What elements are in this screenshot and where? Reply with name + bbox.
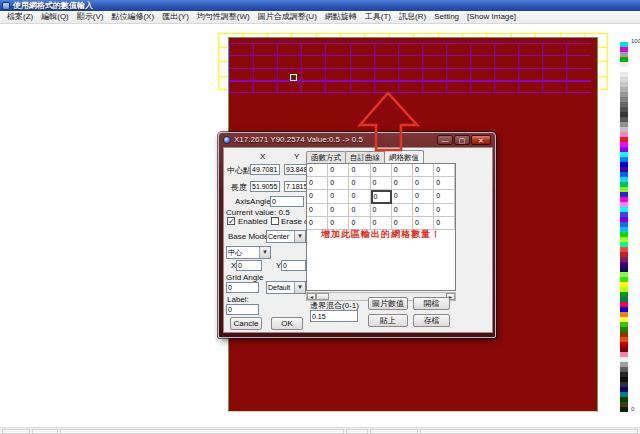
close-button[interactable]: ✕ <box>471 135 491 145</box>
col-header-x: X <box>260 152 265 161</box>
cancel-button[interactable]: Cancle <box>230 317 262 330</box>
inner-purple-grid <box>229 43 591 93</box>
grid-cell[interactable]: 0 <box>392 204 413 217</box>
grid-cell[interactable]: 0 <box>413 177 434 190</box>
current-value-label: Current value: 0.5 <box>226 208 290 217</box>
dialog-title: X17.2671 Y90.2574 Value:0.5 -> 0.5 <box>234 135 434 145</box>
grid-cell[interactable]: 0 <box>328 190 349 203</box>
ok-button[interactable]: OK <box>271 317 303 330</box>
grid-cell[interactable]: 0 <box>434 177 455 190</box>
grid-cell[interactable]: 0 <box>434 204 455 217</box>
menu-item[interactable]: 顯示(V) <box>73 11 108 23</box>
menu-item[interactable]: [Show Image] <box>463 11 520 23</box>
table-row: 0000000 <box>307 177 455 190</box>
dialog-titlebar[interactable]: X17.2671 Y90.2574 Value:0.5 -> 0.5 — ▢ ✕ <box>223 134 491 146</box>
window-title: 使用網格式的數值輸入 <box>13 1 93 11</box>
paste-button[interactable]: 貼上 <box>368 314 408 327</box>
length-x-field[interactable]: 51.9055 <box>250 181 280 192</box>
maximize-button[interactable]: ▢ <box>454 135 470 145</box>
grid-angle-field[interactable]: 0 <box>226 282 259 293</box>
app-icon <box>2 2 10 10</box>
axis-angle-field[interactable]: 0 <box>270 196 304 207</box>
grid-cell[interactable]: 0 <box>392 164 413 177</box>
scrollbar-thumb[interactable] <box>316 293 329 300</box>
minimize-button[interactable]: — <box>437 135 453 145</box>
app-window: 使用網格式的數值輸入 檔案(Z)編輯(Q)顯示(V)點位編修(X)匯出(Y)均勻… <box>0 0 640 434</box>
grid-cell[interactable]: 0 <box>307 190 328 203</box>
menu-item[interactable]: 匯出(Y) <box>158 11 193 23</box>
grid-cell[interactable]: 0 <box>328 177 349 190</box>
chevron-down-icon[interactable]: ▼ <box>294 282 305 293</box>
palette-min-label: 0 <box>631 406 634 412</box>
table-row: 0000000 <box>307 164 455 177</box>
chevron-down-icon[interactable]: ▼ <box>259 247 270 258</box>
menu-item[interactable]: 工具(T) <box>361 11 395 23</box>
color-palette-strip[interactable] <box>620 42 628 412</box>
grid-annotation: 增加此區輸出的網格數量！ <box>307 228 455 241</box>
open-file-button[interactable]: 開檔 <box>413 297 450 310</box>
scroll-left-icon[interactable]: ◄ <box>307 293 316 300</box>
grid-cell[interactable]: 0 <box>413 204 434 217</box>
selected-point-marker[interactable] <box>290 74 297 81</box>
grid-cell[interactable]: 0 <box>371 164 392 177</box>
chevron-down-icon[interactable]: ▼ <box>294 231 305 242</box>
center-x-field[interactable]: 49.7081 <box>250 164 280 175</box>
enabled-checkbox[interactable]: ✓ <box>227 217 235 225</box>
dialog-client-area: X Y 中心點 49.7081 93.8482 長度 51.9055 7.181… <box>223 147 493 333</box>
center-label: 中心點 <box>227 165 251 176</box>
dialog-icon <box>223 136 231 144</box>
grid-cell[interactable]: 0 <box>349 177 370 190</box>
grid-value-dialog[interactable]: X17.2671 Y90.2574 Value:0.5 -> 0.5 — ▢ ✕… <box>218 132 496 338</box>
table-row: 0000000 <box>307 204 455 217</box>
grid-cell[interactable]: 0 <box>349 164 370 177</box>
grid-cell[interactable]: 0 <box>413 164 434 177</box>
window-titlebar[interactable]: 使用網格式的數值輸入 <box>0 0 640 11</box>
table-row: 0000000 <box>307 190 455 203</box>
tab-3[interactable]: 網格數值 <box>384 150 424 163</box>
col-header-y: Y <box>294 152 299 161</box>
grid-cell[interactable]: 0 <box>307 204 328 217</box>
grid-angle-label: Grid Angle <box>226 273 263 282</box>
grid-cell[interactable]: 0 <box>413 190 434 203</box>
menu-item[interactable]: 點位編修(X) <box>107 11 158 23</box>
grid-cell[interactable]: 0 <box>307 177 328 190</box>
length-label: 長度 <box>231 182 247 193</box>
grid-cell[interactable]: 0 <box>371 204 392 217</box>
save-file-button[interactable]: 存檔 <box>413 314 450 327</box>
grid-cell[interactable]: 0 <box>434 190 455 203</box>
menu-item[interactable]: 網點旋轉 <box>321 11 361 23</box>
enabled-label: Enabled <box>238 217 267 226</box>
erase-dots-checkbox[interactable] <box>271 217 279 225</box>
menu-bar: 檔案(Z)編輯(Q)顯示(V)點位編修(X)匯出(Y)均勻性調整(W)圖片合成調… <box>0 11 640 24</box>
grid-value-table[interactable]: 00000000000000000000000000000000000 增加此區… <box>306 163 456 291</box>
status-bar <box>0 427 640 434</box>
anchor-select[interactable]: 中心 ▼ <box>226 246 271 259</box>
palette-color-band[interactable] <box>620 407 628 412</box>
grid-cell[interactable]: 0 <box>392 190 413 203</box>
grid-cell[interactable]: 0 <box>434 164 455 177</box>
menu-item[interactable]: 圖片合成調整(U) <box>254 11 321 23</box>
selected-grid-cell[interactable]: 0 <box>371 190 392 203</box>
menu-item[interactable]: 均勻性調整(W) <box>193 11 254 23</box>
base-mode-label: Base Mode <box>228 232 268 241</box>
label-label: Label: <box>227 295 249 304</box>
grid-cell[interactable]: 0 <box>328 204 349 217</box>
menu-item[interactable]: 編輯(Q) <box>37 11 73 23</box>
grid-cell[interactable]: 0 <box>349 204 370 217</box>
x-offset-field[interactable]: 0 <box>236 260 262 271</box>
axis-angle-label: AxisAngle <box>235 197 271 206</box>
grid-cell[interactable]: 0 <box>392 177 413 190</box>
grid-cell[interactable]: 0 <box>307 164 328 177</box>
label-field[interactable]: 0 <box>226 304 259 315</box>
menu-item[interactable]: 訊息(R) <box>395 11 430 23</box>
grid-cell[interactable]: 0 <box>371 177 392 190</box>
y-offset-field[interactable]: 0 <box>281 260 306 271</box>
blend-field[interactable]: 0.15 <box>310 310 358 322</box>
base-mode-select[interactable]: Center ▼ <box>266 230 306 243</box>
image-values-button[interactable]: 圖片數值 <box>368 297 408 310</box>
grid-cell[interactable]: 0 <box>328 164 349 177</box>
menu-item[interactable]: 檔案(Z) <box>3 11 37 23</box>
menu-item[interactable]: Setting <box>430 11 463 23</box>
grid-cell[interactable]: 0 <box>349 190 370 203</box>
grid-angle-mode-select[interactable]: Default ▼ <box>266 281 306 294</box>
